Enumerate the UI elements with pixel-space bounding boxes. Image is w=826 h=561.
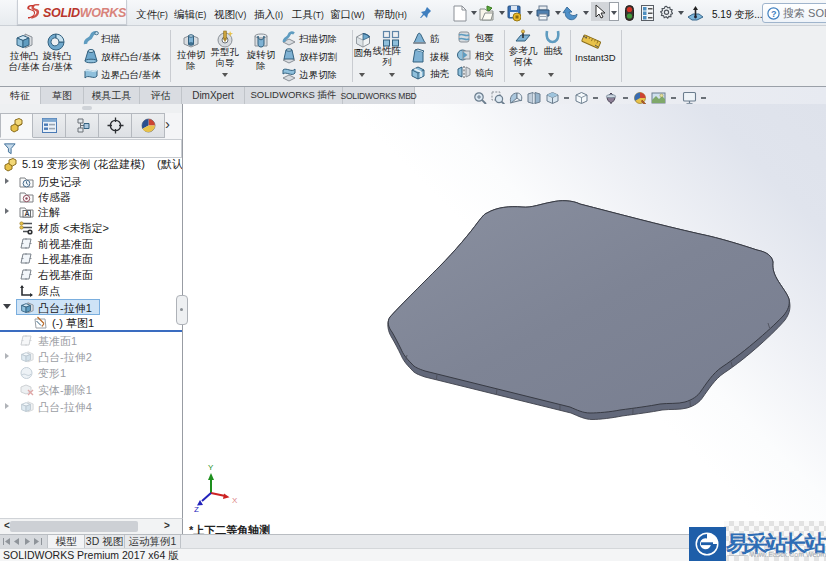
svg-text:?: ?: [771, 9, 777, 19]
svg-text:Z: Z: [194, 505, 199, 514]
svg-text:Y: Y: [208, 463, 214, 472]
svg-text:SOLIDWORKS: SOLIDWORKS: [43, 6, 126, 20]
svg-text:A: A: [25, 210, 30, 217]
svg-text:X: X: [232, 496, 238, 505]
